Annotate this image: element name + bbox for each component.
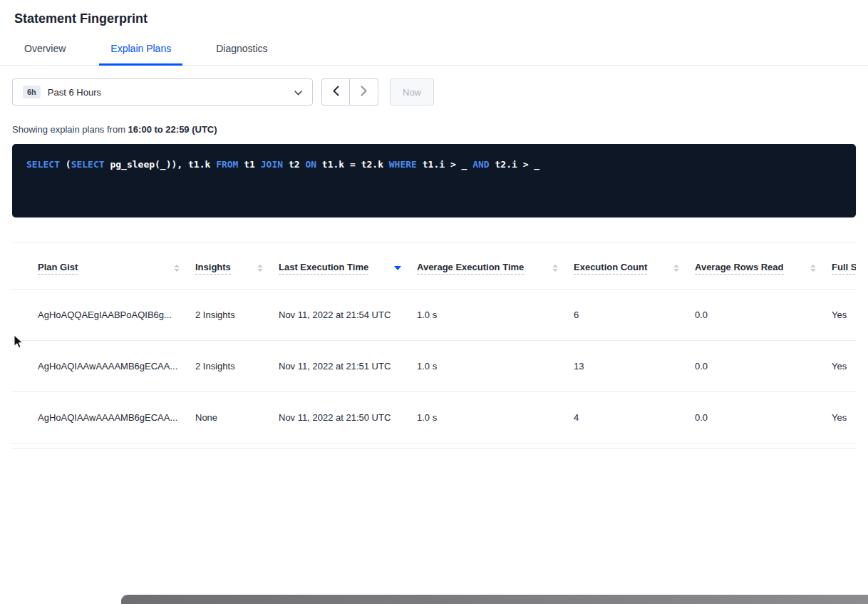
chevron-left-icon xyxy=(333,86,339,98)
table-cell: 13 xyxy=(574,341,695,392)
time-controls: 6h Past 6 Hours Now xyxy=(12,78,856,106)
plan-gist-cell[interactable]: AgHoAQQAEgIAABPoAQIB6g... xyxy=(12,290,195,341)
column-header-average-execution-time[interactable]: Average Execution Time xyxy=(417,243,574,290)
table-header-row: Plan GistInsightsLast Execution TimeAver… xyxy=(12,243,856,290)
sql-statement: SELECT (SELECT pg_sleep(_)), t1.k FROM t… xyxy=(26,159,539,170)
table-cell: Nov 11, 2022 at 21:50 UTC xyxy=(279,392,417,444)
summary-range: 16:00 to 22:59 (UTC) xyxy=(128,124,217,135)
column-label: Plan Gist xyxy=(38,262,78,275)
sql-text: pg_sleep(_)), t1.k xyxy=(105,159,217,170)
summary-text: Showing explain plans from 16:00 to 22:5… xyxy=(12,124,856,135)
table-cell: 1.0 s xyxy=(417,290,574,341)
sort-icon[interactable] xyxy=(174,265,180,272)
tab-overview[interactable]: Overview xyxy=(13,36,77,66)
table-cell: 0.0 xyxy=(695,341,832,392)
sql-text: t1 xyxy=(238,159,260,170)
time-range-dropdown[interactable]: 6h Past 6 Hours xyxy=(12,78,313,106)
prev-time-button[interactable] xyxy=(321,78,350,106)
plan-gist-cell[interactable]: AgHoAQIAAwAAAAMB6gECAA... xyxy=(12,392,195,444)
table-cell: Yes xyxy=(832,341,856,392)
sort-icon[interactable] xyxy=(810,265,816,272)
table-cell: 0.0 xyxy=(695,392,832,444)
chevron-right-icon xyxy=(361,86,367,98)
column-header-last-execution-time[interactable]: Last Execution Time xyxy=(279,243,417,290)
next-time-button[interactable] xyxy=(350,78,378,106)
sql-text: t1.k = t2.k xyxy=(316,159,389,170)
sql-text: ( xyxy=(60,159,71,170)
sql-keyword: JOIN xyxy=(261,159,283,170)
table-cell: 1.0 s xyxy=(417,392,574,444)
table-cell: Nov 11, 2022 at 21:54 UTC xyxy=(279,290,417,341)
time-range-label: Past 6 Hours xyxy=(48,87,287,98)
sql-keyword: WHERE xyxy=(389,159,417,170)
table-cell: 6 xyxy=(574,290,695,341)
table-row: AgHoAQIAAwAAAAMB6gECAA...2 InsightsNov 1… xyxy=(12,341,856,392)
table-cell: Yes xyxy=(832,290,856,341)
time-nav-group xyxy=(321,78,378,106)
plan-gist-cell[interactable]: AgHoAQIAAwAAAAMB6gECAA... xyxy=(12,341,195,392)
tab-explain-plans[interactable]: Explain Plans xyxy=(99,36,182,66)
sql-keyword: SELECT xyxy=(26,159,60,170)
column-label: Average Execution Time xyxy=(417,262,524,275)
time-range-badge: 6h xyxy=(23,86,41,98)
explain-plans-table: Plan GistInsightsLast Execution TimeAver… xyxy=(12,243,856,444)
column-header-execution-count[interactable]: Execution Count xyxy=(574,243,695,290)
table-body: AgHoAQQAEgIAABPoAQIB6g...2 InsightsNov 1… xyxy=(12,290,856,444)
table-cell: 2 Insights xyxy=(195,341,279,392)
sql-keyword: FROM xyxy=(216,159,238,170)
table-cell: 4 xyxy=(574,392,695,444)
column-label: Last Execution Time xyxy=(279,262,368,275)
sort-icon[interactable] xyxy=(673,265,679,272)
table-cell: 0.0 xyxy=(695,290,832,341)
sql-keyword: AND xyxy=(472,159,489,170)
tab-bar: OverviewExplain PlansDiagnostics xyxy=(0,36,868,66)
table-cell: Nov 11, 2022 at 21:51 UTC xyxy=(279,341,417,392)
table-cell: 1.0 s xyxy=(417,341,574,392)
table-cell: None xyxy=(195,392,279,444)
main-content: 6h Past 6 Hours Now Showing explain plan… xyxy=(0,78,868,449)
page-title: Statement Fingerprint xyxy=(0,0,868,36)
column-label: Full Scan xyxy=(832,262,856,275)
column-label: Execution Count xyxy=(574,262,647,275)
table-cell: 2 Insights xyxy=(195,290,279,341)
sort-icon[interactable] xyxy=(257,265,263,272)
column-label: Insights xyxy=(195,262,231,275)
sort-icon[interactable] xyxy=(552,265,558,272)
column-header-plan-gist[interactable]: Plan Gist xyxy=(12,243,195,290)
chevron-down-icon xyxy=(294,86,302,98)
column-header-average-rows-read[interactable]: Average Rows Read xyxy=(695,243,832,290)
column-header-full-scan[interactable]: Full Scan xyxy=(832,243,856,290)
explain-plans-table-section: Plan GistInsightsLast Execution TimeAver… xyxy=(12,242,856,449)
table-cell: Yes xyxy=(832,392,856,444)
summary-prefix: Showing explain plans from xyxy=(12,124,125,135)
sort-icon[interactable] xyxy=(394,266,401,270)
table-row: AgHoAQIAAwAAAAMB6gECAA...NoneNov 11, 202… xyxy=(12,392,856,444)
sql-keyword: ON xyxy=(305,159,316,170)
sql-text: t2 xyxy=(283,159,305,170)
now-button[interactable]: Now xyxy=(390,78,434,106)
sql-statement-box: SELECT (SELECT pg_sleep(_)), t1.k FROM t… xyxy=(12,144,856,217)
sql-text: t1.i > _ xyxy=(417,159,472,170)
bottom-window-edge xyxy=(121,595,868,604)
sql-text: t2.i > _ xyxy=(490,159,539,170)
tab-diagnostics[interactable]: Diagnostics xyxy=(205,36,279,66)
column-header-insights[interactable]: Insights xyxy=(195,243,279,290)
column-label: Average Rows Read xyxy=(695,262,784,275)
table-row: AgHoAQQAEgIAABPoAQIB6g...2 InsightsNov 1… xyxy=(12,290,856,341)
sql-keyword: SELECT xyxy=(71,159,105,170)
